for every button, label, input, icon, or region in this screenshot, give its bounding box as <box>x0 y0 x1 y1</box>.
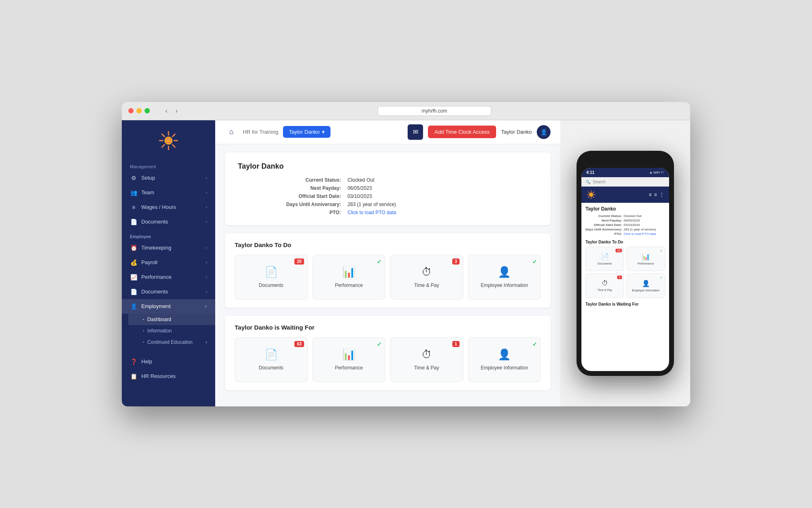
phone-search-icon: 🔍 <box>585 180 590 184</box>
svg-point-11 <box>589 193 593 197</box>
waiting-employee-info-icon: 👤 <box>498 348 511 361</box>
page-content: Taylor Danko Current Status: Clocked Out… <box>215 144 560 406</box>
todo-section: Taylor Danko To Do 20 📄 Documents ✓ 📊 Pe… <box>225 233 551 308</box>
performance-card-icon: 📊 <box>342 266 355 278</box>
phone-waiting-title: Taylor Danko is Waiting For <box>585 302 665 306</box>
nav-user-name: Taylor Danko <box>501 129 532 135</box>
phone-todo-label-documents: Documents <box>598 262 612 265</box>
sidebar-item-hr-resources[interactable]: 📋 HR Resources <box>122 369 215 384</box>
phone-todo-employee-info[interactable]: ✓ 👤 Employee Information <box>626 274 665 298</box>
todo-grid: 20 📄 Documents ✓ 📊 Performance 3 <box>235 255 541 300</box>
sidebar-item-label-timekeeping: Timekeeping <box>141 245 171 251</box>
phone-app-logo <box>586 190 596 200</box>
sidebar-item-documents[interactable]: 📄 Documents › <box>122 215 215 229</box>
waiting-check-performance: ✓ <box>377 341 382 347</box>
phone-todo-documents[interactable]: 20 📄 Documents <box>585 247 624 271</box>
maximize-button[interactable] <box>145 108 150 113</box>
time-pay-card-icon: ⏱ <box>421 266 432 278</box>
chevron-down-icon-employment: ∨ <box>204 304 207 308</box>
pto-value[interactable]: Click to load PTO data <box>348 210 489 215</box>
svg-line-17 <box>593 196 594 198</box>
sidebar-subitem-dashboard[interactable]: Dashboard <box>128 314 215 325</box>
phone-todo-check-performance: ✓ <box>660 249 663 253</box>
waiting-card-documents[interactable]: 63 📄 Documents <box>235 337 308 382</box>
main-and-phone: ⌂ HR for Training Taylor Danko ▾ ✉ Add T… <box>215 120 690 406</box>
phone-screen: 4:11 ▲ WiFi 7↑ 🔍 Search <box>581 168 669 371</box>
help-icon: ❓ <box>130 358 137 365</box>
todo-card-time-pay[interactable]: 3 ⏱ Time & Pay <box>390 255 463 300</box>
phone-status-label: Current Status: <box>585 214 622 218</box>
sidebar-item-setup[interactable]: ⚙ Setup › <box>122 171 215 185</box>
phone-startdate-value: 03/10/2023 <box>624 223 640 227</box>
sidebar: Management ⚙ Setup › 👥 Team › ≡ Wages / … <box>122 120 215 406</box>
current-status-value: Clocked Out <box>348 177 489 183</box>
minimize-button[interactable] <box>136 108 142 113</box>
sidebar-item-label-help: Help <box>141 358 152 365</box>
documents-icon: 📄 <box>130 219 137 225</box>
phone-menu-icon: ≡ <box>649 192 652 198</box>
waiting-card-employee-info[interactable]: ✓ 👤 Employee Information <box>468 337 541 382</box>
waiting-performance-icon: 📊 <box>342 348 355 361</box>
todo-card-documents[interactable]: 20 📄 Documents <box>235 255 308 300</box>
phone-info-row-status: Current Status: Clocked Out <box>585 214 665 218</box>
sidebar-item-wages[interactable]: ≡ Wages / Hours › <box>122 200 215 215</box>
sidebar-item-label-setup: Setup <box>141 175 155 181</box>
sidebar-subitem-continued-education[interactable]: Continued Education › <box>128 336 215 348</box>
employee-info-card-icon: 👤 <box>498 266 511 278</box>
waiting-card-time-pay[interactable]: 1 ⏱ Time & Pay <box>390 337 463 382</box>
next-payday-value: 06/05/2023 <box>348 185 489 191</box>
sidebar-item-label-performance: Performance <box>141 274 171 280</box>
sidebar-subitem-information[interactable]: Information <box>128 325 215 336</box>
forward-button[interactable]: › <box>173 106 180 115</box>
phone-employee-info-icon: 👤 <box>642 280 650 287</box>
home-button[interactable]: ⌂ <box>225 126 238 139</box>
phone-info-row-pto: PTO: Click to load PTO data <box>585 232 665 236</box>
waiting-card-performance[interactable]: ✓ 📊 Performance <box>313 337 386 382</box>
mail-button[interactable]: ✉ <box>408 124 423 140</box>
employee-dropdown-button[interactable]: Taylor Danko ▾ <box>283 126 330 138</box>
svg-line-18 <box>593 191 594 193</box>
employee-name-title: Taylor Danko <box>238 162 538 171</box>
phone-anniversary-value: 283 (1 year of service) <box>624 228 656 231</box>
phone-todo-time-pay[interactable]: 3 ⏱ Time & Pay <box>585 274 624 298</box>
avatar[interactable]: 👤 <box>537 125 551 139</box>
svg-point-10 <box>167 139 170 142</box>
phone-status-icons: ▲ WiFi 7↑ <box>649 171 664 174</box>
phone-startdate-label: Official Start Date: <box>585 223 622 227</box>
sidebar-item-timekeeping[interactable]: ⏰ Timekeeping › <box>122 241 215 255</box>
phone-dots-icon: ⋮ <box>659 192 664 198</box>
add-time-clock-button[interactable]: Add Time Clock Access <box>428 126 496 138</box>
phone-search-bar: 🔍 Search <box>581 177 669 187</box>
dashboard-label: Dashboard <box>147 317 171 322</box>
sidebar-item-payroll[interactable]: 💰 Payroll › <box>122 255 215 270</box>
phone-pto-value[interactable]: Click to load PTO data <box>624 232 656 236</box>
sidebar-item-emp-documents[interactable]: 📄 Documents › <box>122 284 215 299</box>
timekeeping-icon: ⏰ <box>130 245 137 251</box>
anniversary-label: Days Until Anniversary: <box>286 202 341 207</box>
start-date-label: Official Start Date: <box>286 193 341 199</box>
chevron-right-icon-payroll: › <box>206 260 207 265</box>
sidebar-item-team[interactable]: 👥 Team › <box>122 185 215 200</box>
phone-todo-performance[interactable]: ✓ 📊 Performance <box>626 247 665 271</box>
main-content: ⌂ HR for Training Taylor Danko ▾ ✉ Add T… <box>215 120 560 406</box>
app-logo-icon <box>158 130 179 151</box>
close-button[interactable] <box>128 108 134 113</box>
app-body: Management ⚙ Setup › 👥 Team › ≡ Wages / … <box>122 120 690 406</box>
mac-nav-buttons: ‹ › <box>163 106 180 115</box>
current-status-label: Current Status: <box>286 177 341 183</box>
waiting-label-performance: Performance <box>335 365 363 371</box>
todo-card-employee-info[interactable]: ✓ 👤 Employee Information <box>468 255 541 300</box>
management-label: Management <box>122 161 215 171</box>
mac-titlebar: ‹ › myhrfh.com <box>122 102 690 120</box>
todo-check-performance: ✓ <box>377 258 382 265</box>
breadcrumb[interactable]: HR for Training <box>243 129 278 135</box>
url-input[interactable]: myhrfh.com <box>378 106 491 116</box>
back-button[interactable]: ‹ <box>163 106 170 115</box>
sidebar-item-performance[interactable]: 📈 Performance › <box>122 270 215 284</box>
todo-card-performance[interactable]: ✓ 📊 Performance <box>313 255 386 300</box>
phone-panel: 4:11 ▲ WiFi 7↑ 🔍 Search <box>560 120 690 406</box>
phone-pto-label: PTO: <box>585 232 622 236</box>
chevron-right-icon-education: › <box>205 339 207 345</box>
sidebar-item-help[interactable]: ❓ Help <box>122 354 215 369</box>
sidebar-item-employment[interactable]: 👤 Employment ∨ <box>122 299 215 314</box>
